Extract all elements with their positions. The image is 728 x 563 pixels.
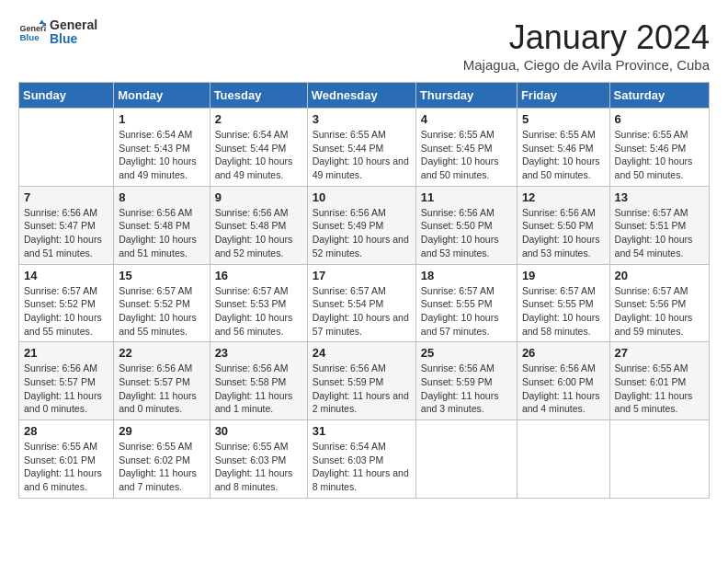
sunset: Sunset: 5:45 PM [421, 142, 512, 155]
weekday-header-row: SundayMondayTuesdayWednesdayThursdayFrid… [19, 83, 710, 109]
calendar-cell: 6 Sunrise: 6:55 AM Sunset: 5:46 PM Dayli… [609, 109, 709, 187]
daylight: Daylight: 10 hours and 50 minutes. [522, 155, 605, 181]
day-number: 22 [119, 346, 204, 360]
day-number: 2 [215, 112, 302, 126]
calendar-cell: 12 Sunrise: 6:56 AM Sunset: 5:50 PM Dayl… [517, 186, 609, 264]
day-info: Sunrise: 6:56 AM Sunset: 5:47 PM Dayligh… [24, 206, 108, 260]
sunset: Sunset: 5:59 PM [421, 375, 512, 389]
sunset: Sunset: 5:57 PM [24, 375, 108, 389]
day-info: Sunrise: 6:56 AM Sunset: 5:50 PM Dayligh… [522, 206, 605, 260]
day-number: 10 [313, 190, 411, 204]
day-info: Sunrise: 6:56 AM Sunset: 5:48 PM Dayligh… [119, 206, 204, 260]
daylight: Daylight: 10 hours and 59 minutes. [615, 311, 704, 338]
sunrise: Sunrise: 6:56 AM [24, 206, 108, 220]
sunset: Sunset: 5:50 PM [522, 219, 605, 233]
calendar-cell: 25 Sunrise: 6:56 AM Sunset: 5:59 PM Dayl… [415, 342, 517, 420]
sunrise: Sunrise: 6:55 AM [313, 128, 411, 142]
calendar-cell: 29 Sunrise: 6:55 AM Sunset: 6:02 PM Dayl… [114, 420, 210, 499]
location: Majagua, Ciego de Avila Province, Cuba [463, 57, 710, 73]
calendar-cell: 30 Sunrise: 6:55 AM Sunset: 6:03 PM Dayl… [210, 420, 307, 499]
daylight: Daylight: 11 hours and 8 minutes. [215, 466, 302, 493]
sunrise: Sunrise: 6:56 AM [119, 362, 204, 375]
daylight: Daylight: 10 hours and 55 minutes. [24, 311, 108, 338]
day-number: 27 [615, 346, 704, 360]
sunrise: Sunrise: 6:57 AM [421, 284, 512, 298]
day-info: Sunrise: 6:54 AM Sunset: 5:43 PM Dayligh… [119, 128, 204, 182]
day-info: Sunrise: 6:56 AM Sunset: 5:58 PM Dayligh… [215, 362, 302, 416]
sunrise: Sunrise: 6:56 AM [522, 206, 605, 220]
page-header: General Blue General Blue January 2024 M… [18, 18, 710, 73]
calendar-cell: 4 Sunrise: 6:55 AM Sunset: 5:45 PM Dayli… [415, 109, 517, 187]
weekday-header-monday: Monday [114, 83, 210, 109]
daylight: Daylight: 10 hours and 50 minutes. [615, 155, 704, 181]
daylight: Daylight: 10 hours and 51 minutes. [119, 233, 204, 259]
logo-icon: General Blue [18, 18, 46, 46]
daylight: Daylight: 10 hours and 54 minutes. [615, 233, 704, 259]
day-number: 30 [215, 424, 302, 438]
sunrise: Sunrise: 6:57 AM [119, 284, 204, 298]
day-info: Sunrise: 6:54 AM Sunset: 6:03 PM Dayligh… [313, 440, 411, 494]
day-info: Sunrise: 6:55 AM Sunset: 6:01 PM Dayligh… [24, 440, 108, 494]
sunset: Sunset: 6:03 PM [313, 454, 411, 467]
weekday-header-tuesday: Tuesday [210, 83, 307, 109]
weekday-header-thursday: Thursday [415, 83, 517, 109]
day-number: 21 [24, 346, 108, 360]
day-info: Sunrise: 6:56 AM Sunset: 5:49 PM Dayligh… [313, 206, 411, 260]
sunrise: Sunrise: 6:57 AM [215, 284, 302, 298]
sunrise: Sunrise: 6:55 AM [24, 440, 108, 454]
weekday-header-sunday: Sunday [19, 83, 114, 109]
sunset: Sunset: 5:47 PM [24, 219, 108, 233]
sunrise: Sunrise: 6:54 AM [313, 440, 411, 454]
day-info: Sunrise: 6:57 AM Sunset: 5:52 PM Dayligh… [24, 284, 108, 339]
calendar-week-row: 7 Sunrise: 6:56 AM Sunset: 5:47 PM Dayli… [19, 186, 710, 264]
sunrise: Sunrise: 6:55 AM [615, 128, 704, 142]
day-info: Sunrise: 6:55 AM Sunset: 6:01 PM Dayligh… [615, 362, 704, 416]
day-info: Sunrise: 6:57 AM Sunset: 5:54 PM Dayligh… [313, 284, 411, 339]
sunset: Sunset: 5:46 PM [522, 142, 605, 155]
calendar-cell: 23 Sunrise: 6:56 AM Sunset: 5:58 PM Dayl… [210, 342, 307, 420]
calendar-cell [19, 109, 114, 187]
sunrise: Sunrise: 6:56 AM [313, 362, 411, 375]
day-number: 7 [24, 190, 108, 204]
sunrise: Sunrise: 6:56 AM [215, 362, 302, 375]
sunrise: Sunrise: 6:57 AM [615, 206, 704, 220]
daylight: Daylight: 11 hours and 8 minutes. [313, 466, 411, 493]
daylight: Daylight: 10 hours and 57 minutes. [421, 311, 512, 338]
day-number: 16 [215, 269, 302, 282]
sunrise: Sunrise: 6:56 AM [421, 206, 512, 220]
day-info: Sunrise: 6:56 AM Sunset: 5:57 PM Dayligh… [119, 362, 204, 416]
calendar-cell: 19 Sunrise: 6:57 AM Sunset: 5:55 PM Dayl… [517, 264, 609, 342]
daylight: Daylight: 10 hours and 57 minutes. [313, 311, 411, 338]
day-number: 19 [522, 269, 605, 282]
sunset: Sunset: 5:55 PM [522, 297, 605, 311]
sunrise: Sunrise: 6:56 AM [522, 362, 605, 375]
sunset: Sunset: 5:48 PM [215, 219, 302, 233]
calendar-cell: 8 Sunrise: 6:56 AM Sunset: 5:48 PM Dayli… [114, 186, 210, 264]
weekday-header-saturday: Saturday [609, 83, 709, 109]
sunset: Sunset: 5:59 PM [313, 375, 411, 389]
day-info: Sunrise: 6:56 AM Sunset: 5:57 PM Dayligh… [24, 362, 108, 416]
sunrise: Sunrise: 6:54 AM [215, 128, 302, 142]
daylight: Daylight: 10 hours and 56 minutes. [215, 311, 302, 338]
sunrise: Sunrise: 6:57 AM [522, 284, 605, 298]
calendar-cell: 13 Sunrise: 6:57 AM Sunset: 5:51 PM Dayl… [609, 186, 709, 264]
day-number: 17 [313, 269, 411, 282]
day-info: Sunrise: 6:57 AM Sunset: 5:52 PM Dayligh… [119, 284, 204, 339]
sunset: Sunset: 5:44 PM [215, 142, 302, 155]
sunset: Sunset: 5:49 PM [313, 219, 411, 233]
sunset: Sunset: 5:52 PM [24, 297, 108, 311]
day-info: Sunrise: 6:56 AM Sunset: 5:59 PM Dayligh… [313, 362, 411, 416]
calendar-cell: 15 Sunrise: 6:57 AM Sunset: 5:52 PM Dayl… [114, 264, 210, 342]
daylight: Daylight: 11 hours and 6 minutes. [24, 466, 108, 493]
weekday-header-wednesday: Wednesday [307, 83, 415, 109]
daylight: Daylight: 10 hours and 52 minutes. [215, 233, 302, 259]
day-number: 13 [615, 190, 704, 204]
daylight: Daylight: 10 hours and 58 minutes. [522, 311, 605, 338]
daylight: Daylight: 11 hours and 0 minutes. [24, 389, 108, 416]
calendar-cell [609, 420, 709, 499]
daylight: Daylight: 10 hours and 49 minutes. [119, 155, 204, 181]
sunrise: Sunrise: 6:54 AM [119, 128, 204, 142]
sunset: Sunset: 5:54 PM [313, 297, 411, 311]
day-number: 8 [119, 190, 204, 204]
logo-blue-text: Blue [50, 31, 77, 46]
